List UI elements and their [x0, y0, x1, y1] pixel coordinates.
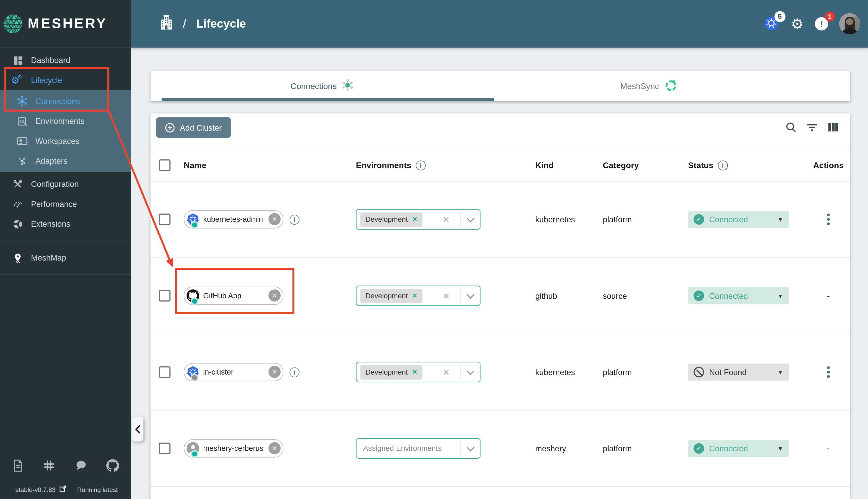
add-cluster-button[interactable]: Add Cluster — [156, 118, 230, 138]
column-header-category[interactable]: Category — [603, 160, 688, 170]
row-checkbox[interactable] — [159, 442, 171, 454]
column-header-environments[interactable]: Environments — [356, 160, 411, 170]
connection-name-chip[interactable]: kubernetes-admin… ✕ — [184, 210, 284, 229]
sidebar-item-connections[interactable]: Connections — [0, 92, 131, 111]
chevron-down-icon[interactable] — [467, 215, 474, 222]
column-header-name[interactable]: Name — [184, 160, 356, 170]
connection-name: GitHub App — [203, 292, 241, 300]
chevron-down-icon[interactable] — [467, 367, 474, 375]
clear-environments-icon[interactable]: ✕ — [443, 291, 449, 300]
column-header-actions: Actions — [807, 160, 850, 170]
environments-info-icon[interactable]: i — [415, 160, 425, 170]
connection-name-chip[interactable]: in-cluster ✕ — [184, 363, 284, 381]
kind-cell: kubernetes — [535, 215, 603, 224]
caret-down-icon: ▾ — [779, 215, 782, 223]
environments-select[interactable]: Assigned Environments — [356, 438, 481, 459]
top-header: / Lifecycle 5 ⚙ ! 1 — [131, 0, 868, 48]
connection-info-icon[interactable]: i — [290, 367, 300, 377]
sidebar-divider — [0, 241, 131, 241]
chevron-down-icon[interactable] — [467, 443, 474, 451]
chat-icon[interactable] — [74, 460, 87, 474]
sidebar-item-label: Performance — [31, 200, 77, 208]
connections-icon — [17, 96, 28, 107]
status-info-icon[interactable]: i — [718, 160, 728, 170]
view-columns-icon[interactable] — [827, 121, 839, 134]
connection-info-icon[interactable]: i — [290, 215, 300, 224]
caret-down-icon: ▾ — [779, 292, 782, 300]
sidebar-item-label: Connections — [35, 97, 80, 106]
notification-count-badge: 1 — [825, 12, 835, 22]
tab-meshsync[interactable]: MeshSync — [494, 71, 804, 101]
environments-select[interactable]: Development ✕ ✕ — [356, 209, 481, 230]
clear-environments-icon[interactable]: ✕ — [443, 367, 449, 376]
lifecycle-submenu: Connections Environments Workspaces — [0, 90, 131, 172]
sidebar-item-extensions[interactable]: Extensions — [0, 214, 131, 234]
sidebar-item-adapters[interactable]: Adapters — [0, 151, 131, 171]
not-found-icon — [694, 367, 704, 377]
remove-connection-icon[interactable]: ✕ — [268, 366, 281, 378]
connection-name-chip[interactable]: meshery-cerberus-0 ✕ — [184, 439, 284, 458]
actions-menu-icon[interactable] — [825, 364, 832, 380]
github-icon[interactable] — [106, 459, 119, 474]
remove-connection-icon[interactable]: ✕ — [268, 442, 281, 454]
no-actions-dash: - — [827, 443, 830, 453]
connection-name-chip[interactable]: GitHub App ✕ — [184, 287, 284, 305]
filter-icon[interactable] — [806, 121, 818, 134]
row-checkbox[interactable] — [159, 290, 171, 302]
connected-check-icon: ✓ — [694, 291, 704, 301]
meshmap-pin-icon — [12, 252, 23, 264]
column-header-kind[interactable]: Kind — [535, 160, 603, 170]
status-chip[interactable]: ✓ Connected ▾ — [688, 440, 789, 457]
logo[interactable]: MESHERY — [0, 0, 131, 48]
notifications-button[interactable]: ! 1 — [815, 17, 828, 31]
connected-check-icon: ✓ — [694, 214, 704, 224]
row-checkbox[interactable] — [159, 366, 171, 378]
docs-icon[interactable] — [12, 459, 24, 474]
exclamation-icon: ! — [820, 19, 823, 28]
select-divider — [460, 290, 461, 302]
environments-select[interactable]: Development ✕ ✕ — [356, 285, 481, 306]
connection-status-dot — [192, 299, 197, 304]
search-icon[interactable] — [785, 121, 797, 134]
kubernetes-context-button[interactable]: 5 — [763, 16, 780, 32]
environment-chip-label: Development — [365, 292, 408, 300]
sidebar-item-meshmap[interactable]: MeshMap — [0, 248, 131, 268]
row-checkbox[interactable] — [159, 214, 171, 225]
status-chip[interactable]: ✓ Connected ▾ — [688, 287, 789, 304]
sidebar-item-lifecycle[interactable]: ⚙⚙ Lifecycle — [0, 70, 131, 90]
environment-chip[interactable]: Development ✕ — [360, 365, 422, 379]
actions-menu-icon[interactable] — [825, 211, 832, 228]
slack-icon[interactable] — [43, 460, 55, 474]
sidebar-item-performance[interactable]: Performance — [0, 194, 131, 214]
chevron-down-icon[interactable] — [467, 291, 474, 299]
status-chip[interactable]: Not Found ▾ — [688, 364, 789, 381]
clear-environments-icon[interactable]: ✕ — [443, 215, 449, 224]
dashboard-icon — [12, 54, 23, 66]
organization-building-icon[interactable] — [160, 15, 173, 33]
update-status-label: Running latest — [77, 486, 118, 493]
sidebar-collapse-button[interactable] — [132, 417, 144, 442]
environments-select[interactable]: Development ✕ ✕ — [356, 362, 481, 382]
category-cell: platform — [603, 215, 688, 224]
remove-connection-icon[interactable]: ✕ — [268, 290, 281, 302]
status-chip[interactable]: ✓ Connected ▾ — [688, 211, 789, 228]
select-all-checkbox[interactable] — [159, 159, 171, 171]
column-header-status[interactable]: Status — [688, 160, 713, 170]
active-tab-indicator — [162, 98, 494, 101]
environment-chip[interactable]: Development ✕ — [360, 212, 422, 227]
sidebar-item-dashboard[interactable]: Dashboard — [0, 50, 131, 70]
page-title: Lifecycle — [196, 17, 246, 31]
remove-environment-icon[interactable]: ✕ — [412, 368, 418, 376]
user-avatar[interactable] — [839, 13, 860, 34]
sidebar-item-environments[interactable]: Environments — [0, 111, 131, 131]
breadcrumb: / Lifecycle — [160, 15, 246, 33]
sidebar-item-workspaces[interactable]: Workspaces — [0, 131, 131, 151]
remove-environment-icon[interactable]: ✕ — [412, 216, 418, 223]
external-link-icon[interactable] — [59, 485, 67, 494]
remove-connection-icon[interactable]: ✕ — [268, 213, 281, 225]
tab-connections[interactable]: Connections — [150, 71, 494, 101]
sidebar-item-configuration[interactable]: Configuration — [0, 174, 131, 194]
remove-environment-icon[interactable]: ✕ — [412, 292, 418, 299]
environment-chip[interactable]: Development ✕ — [360, 289, 422, 303]
settings-gear-icon[interactable]: ⚙ — [791, 17, 804, 31]
